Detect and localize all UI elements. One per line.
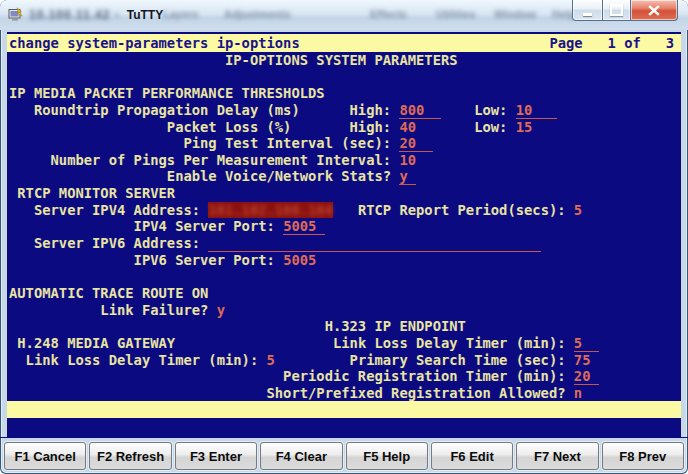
field-link-failure[interactable]: y	[217, 302, 234, 319]
section-h248-media-gateway: H.248 MEDIA GATEWAY	[9, 335, 175, 351]
field-server-ipv6-address-empty[interactable]	[208, 235, 540, 252]
section-automatic-trace-route: AUTOMATIC TRACE ROUTE ON	[9, 285, 208, 301]
fkey-f8-button[interactable]: F8 Prev	[602, 442, 684, 470]
minimize-button[interactable]	[572, 0, 603, 21]
terminal-row: RTCP MONITOR SERVER	[7, 185, 681, 202]
label-h248-link-loss-delay-timer: Link Loss Delay Timer (min):	[9, 352, 267, 368]
label-roundtrip-low: Low:	[441, 102, 516, 118]
close-button[interactable]	[631, 0, 678, 21]
field-pings-per-measurement[interactable]: 10	[399, 152, 432, 169]
terminal-screen: IP-OPTIONS SYSTEM PARAMETERSIP MEDIA PAC…	[7, 52, 681, 401]
terminal-row: Ping Test Interval (sec): 20	[7, 135, 681, 152]
screen-title: IP-OPTIONS SYSTEM PARAMETERS	[9, 52, 458, 68]
terminal-row: AUTOMATIC TRACE ROUTE ON	[7, 285, 681, 302]
terminal-row: IP MEDIA PACKET PERFORMANCE THRESHOLDS	[7, 85, 681, 102]
field-ipv4-server-port[interactable]: 5005	[283, 218, 325, 235]
field-h248-link-loss-delay-timer[interactable]: 5	[267, 352, 284, 369]
function-key-bar: F1 CancelF2 RefreshF3 EnterF4 ClearF5 He…	[0, 437, 688, 474]
label-roundtrip-high: Roundtrip Propagation Delay (ms) High:	[9, 102, 399, 118]
label-pings-per-measurement: Number of Pings Per Measurement Interval…	[9, 152, 399, 168]
label-link-failure: Link Failure?	[9, 302, 217, 318]
terminal-row: Link Failure? y	[7, 302, 681, 319]
terminal-row: Roundtrip Propagation Delay (ms) High: 8…	[7, 102, 681, 119]
field-primary-search-time[interactable]: 75	[574, 352, 599, 369]
label-ping-test-interval: Ping Test Interval (sec):	[9, 135, 399, 151]
terminal-row: H.323 IP ENDPOINT	[7, 318, 681, 335]
terminal-frame: change system-parameters ip-options Page…	[0, 30, 688, 437]
label-ipv4-server-port: IPV4 Server Port:	[9, 218, 283, 234]
terminal-row: Short/Prefixed Registration Allowed? n	[7, 385, 681, 402]
field-rtcp-report-period[interactable]: 5	[574, 202, 591, 219]
section-ip-media-thresholds: IP MEDIA PACKET PERFORMANCE THRESHOLDS	[9, 85, 325, 101]
fkey-f7-button[interactable]: F7 Next	[516, 442, 598, 470]
ghost-menu-item: Window	[494, 8, 536, 20]
terminal-row: Periodic Registration Timer (min): 20	[7, 368, 681, 385]
label-rtcp-report-period: RTCP Report Period(secs):	[333, 202, 574, 218]
label-ipv6-server-port: IPV6 Server Port:	[9, 252, 283, 268]
label-enable-voice-network-stats: Enable Voice/Network Stats?	[9, 168, 399, 184]
terminal-row: IPV6 Server Port: 5005	[7, 252, 681, 269]
fkey-f2-button[interactable]: F2 Refresh	[89, 442, 171, 470]
label-h323-link-loss-delay-timer: Link Loss Delay Timer (min):	[175, 335, 574, 351]
fkey-f5-button[interactable]: F5 Help	[346, 442, 428, 470]
maximize-button[interactable]	[603, 0, 631, 21]
terminal-row	[7, 69, 681, 86]
field-roundtrip-delay-low[interactable]: 10	[516, 102, 558, 119]
field-packet-loss-low[interactable]: 15	[516, 119, 549, 136]
terminal-row: Server IPV6 Address:	[7, 235, 681, 252]
terminal: change system-parameters ip-options Page…	[7, 32, 681, 437]
terminal-row: Packet Loss (%) High: 40 Low: 15	[7, 119, 681, 136]
command-bar: change system-parameters ip-options Page…	[7, 34, 681, 52]
ghost-menu-item: Adjustments	[224, 8, 291, 20]
terminal-row: IPV4 Server Port: 5005	[7, 218, 681, 235]
label-server-ipv4-address: Server IPV4 Address:	[9, 202, 208, 218]
section-rtcp-monitor-server: RTCP MONITOR SERVER	[9, 185, 175, 201]
tutty-window: 10.100.11.42 - TuTTY LayersAdjustmentsEf…	[0, 0, 688, 474]
command-input[interactable]: change system-parameters ip-options	[9, 34, 300, 52]
window-controls	[572, 0, 678, 21]
ghost-menu-item: Effects	[370, 8, 407, 20]
terminal-row: Link Loss Delay Timer (min): 5 Primary S…	[7, 352, 681, 369]
terminal-row: Server IPV4 Address: 101.102.100.104 RTC…	[7, 202, 681, 219]
terminal-row: H.248 MEDIA GATEWAY Link Loss Delay Time…	[7, 335, 681, 352]
title-bar: 10.100.11.42 - TuTTY LayersAdjustmentsEf…	[0, 0, 688, 30]
maximize-icon	[610, 4, 623, 16]
fkey-f6-button[interactable]: F6 Edit	[431, 442, 513, 470]
field-periodic-registration-timer[interactable]: 20	[574, 368, 599, 385]
minimize-icon	[583, 13, 592, 16]
label-packet-loss-high: Packet Loss (%) High:	[9, 119, 399, 135]
label-server-ipv6-address: Server IPV6 Address:	[9, 235, 208, 251]
field-ipv6-server-port[interactable]: 5005	[283, 252, 325, 269]
field-short-prefixed-registration[interactable]: n	[574, 385, 591, 402]
label-short-prefixed-registration: Short/Prefixed Registration Allowed?	[9, 385, 574, 401]
fkey-f4-button[interactable]: F4 Clear	[260, 442, 342, 470]
ghost-menu-item: Layers	[163, 8, 198, 20]
label-packet-loss-low: Low:	[433, 119, 516, 135]
field-packet-loss-high[interactable]: 40	[399, 119, 432, 136]
field-enable-voice-network-stats[interactable]: y	[399, 168, 416, 185]
label-periodic-registration-timer: Periodic Registration Timer (min):	[9, 368, 574, 384]
field-roundtrip-delay-high[interactable]: 800	[399, 102, 441, 119]
label-primary-search-time: Primary Search Time (sec):	[283, 352, 574, 368]
censored-text: 101.102.100.104	[208, 202, 333, 218]
ghost-menu-item: Utilities	[436, 8, 476, 20]
status-bar	[7, 401, 681, 418]
page-indicator: Page 1 of 3	[549, 34, 674, 52]
terminal-row: Number of Pings Per Measurement Interval…	[7, 152, 681, 169]
close-icon	[648, 5, 660, 16]
field-server-ipv4-address-censored[interactable]: 101.102.100.104	[208, 202, 333, 219]
fkey-f1-button[interactable]: F1 Cancel	[4, 442, 86, 470]
section-h323-ip-endpoint: H.323 IP ENDPOINT	[9, 318, 466, 334]
fkey-f3-button[interactable]: F3 Enter	[175, 442, 257, 470]
terminal-row	[7, 268, 681, 285]
field-ping-test-interval[interactable]: 20	[399, 135, 432, 152]
terminal-row: IP-OPTIONS SYSTEM PARAMETERS	[7, 52, 681, 69]
field-h323-link-loss-delay-timer[interactable]: 5	[574, 335, 599, 352]
terminal-row: Enable Voice/Network Stats? y	[7, 168, 681, 185]
